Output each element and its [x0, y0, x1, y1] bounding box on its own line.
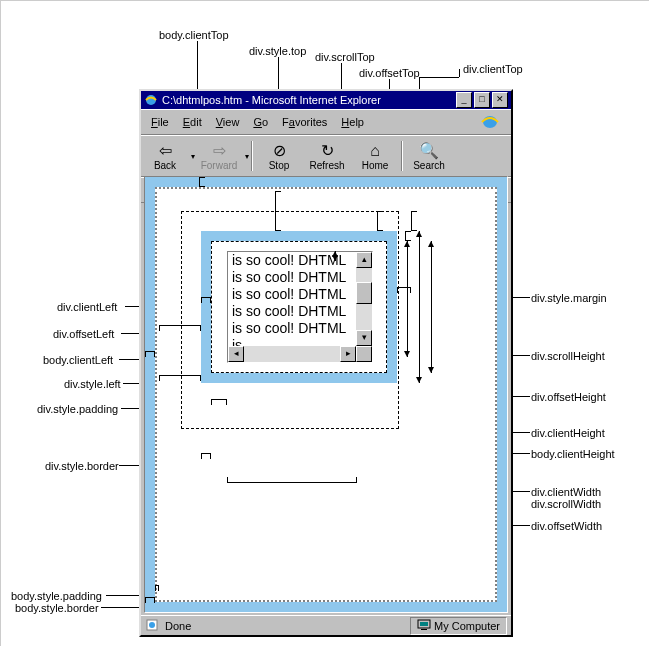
home-button[interactable]: ⌂Home: [351, 142, 399, 171]
forward-dropdown-icon[interactable]: ▾: [245, 152, 249, 161]
minimize-button[interactable]: _: [456, 92, 472, 108]
back-button[interactable]: ⇦Back: [141, 142, 189, 171]
bracket-div-styleLeft: [159, 375, 201, 381]
arrow-div-scrollTop: [335, 251, 336, 261]
label-div-offsetTop: div.offsetTop: [359, 67, 420, 79]
bracket-body-clientLeft: [145, 351, 155, 357]
bracket-div-stylePadding: [211, 399, 227, 405]
refresh-button[interactable]: ↻Refresh: [303, 142, 351, 171]
computer-icon: [417, 619, 431, 633]
menu-view[interactable]: View: [210, 115, 246, 129]
scroll-thumb[interactable]: [356, 282, 372, 304]
arrow-div-clientHeight: [407, 241, 408, 357]
window-title: C:\dhtmlpos.htm - Microsoft Internet Exp…: [162, 94, 381, 106]
menu-help[interactable]: Help: [335, 115, 370, 129]
menu-edit[interactable]: Edit: [177, 115, 208, 129]
status-done: Done: [165, 620, 191, 632]
label-body-styleBorder: body.style.border: [15, 602, 99, 614]
label-div-clientTop: div.clientTop: [463, 63, 523, 75]
bracket-div-styleMargin-h: [397, 287, 411, 293]
label-div-styleMargin: div.style.margin: [531, 292, 607, 304]
stop-button[interactable]: ⊘Stop: [255, 142, 303, 171]
label-div-styleLeft: div.style.left: [64, 378, 121, 390]
arrow-div-scrollHeight: [431, 241, 432, 373]
bracket-div-styleBorder: [201, 453, 211, 459]
refresh-icon: ↻: [321, 142, 334, 160]
div-content: is so cool! DHTML is so cool! DHTML is s…: [227, 251, 373, 363]
svg-rect-8: [421, 629, 427, 630]
status-bar: Done My Computer: [141, 615, 511, 635]
label-div-clientHeight: div.clientHeight: [531, 427, 605, 439]
label-body-clientTop: body.clientTop: [159, 29, 229, 41]
search-icon: 🔍: [419, 142, 439, 160]
viewport: is so cool! DHTML is so cool! DHTML is s…: [144, 176, 508, 613]
scroll-right-icon[interactable]: ▸: [340, 346, 356, 362]
label-div-clientWidth: div.clientWidth: [531, 486, 601, 498]
scroll-corner: [356, 346, 372, 362]
bracket-div-styleMargin-v: [411, 211, 417, 231]
close-button[interactable]: ✕: [492, 92, 508, 108]
maximize-button[interactable]: □: [474, 92, 490, 108]
label-div-scrollHeight: div.scrollHeight: [531, 350, 605, 362]
scroll-up-icon[interactable]: ▴: [356, 252, 372, 268]
bracket-body-clientTop: [199, 177, 205, 187]
label-body-stylePadding: body.style.padding: [11, 590, 102, 602]
label-body-clientHeight: body.clientHeight: [531, 448, 615, 460]
bracket-body-styleBorder: [145, 597, 155, 603]
bracket-div-clientTop: [405, 231, 411, 241]
forward-icon: ⇨: [213, 142, 226, 160]
label-div-scrollWidth: div.scrollWidth: [531, 498, 601, 510]
ie-logo-icon: [473, 112, 507, 132]
bracket-div-clientWidth: [227, 477, 357, 483]
label-div-offsetLeft: div.offsetLeft: [53, 328, 114, 340]
label-body-clientLeft: body.clientLeft: [43, 354, 113, 366]
status-done-icon: [145, 618, 159, 634]
status-zone: My Computer: [410, 617, 507, 635]
svg-point-5: [149, 622, 155, 628]
label-div-offsetWidth: div.offsetWidth: [531, 520, 602, 532]
forward-button[interactable]: ⇨Forward: [195, 142, 243, 171]
content-text: is so cool! DHTML is so cool! DHTML is s…: [232, 252, 354, 344]
bracket-div-styleTop: [275, 191, 281, 231]
menu-favorites[interactable]: Favorites: [276, 115, 333, 129]
bracket-body-stylePadding: [155, 585, 159, 591]
home-icon: ⌂: [370, 142, 380, 160]
ie-window: C:\dhtmlpos.htm - Microsoft Internet Exp…: [139, 89, 513, 637]
menu-file[interactable]: FFileile: [145, 115, 175, 129]
search-button[interactable]: 🔍Search: [405, 142, 453, 171]
scroll-down-icon[interactable]: ▾: [356, 330, 372, 346]
toolbar: ⇦Back ▾ ⇨Forward ▾ ⊘Stop ↻Refresh ⌂Home …: [141, 135, 511, 177]
arrow-div-offsetHeight: [419, 231, 420, 383]
diagram-canvas: body.clientTop div.style.top div.scrollT…: [0, 0, 649, 646]
label-div-clientLeft: div.clientLeft: [57, 301, 117, 313]
svg-rect-7: [420, 622, 428, 626]
scroll-left-icon[interactable]: ◂: [228, 346, 244, 362]
label-div-offsetHeight: div.offsetHeight: [531, 391, 606, 403]
back-icon: ⇦: [159, 142, 172, 160]
menu-bar: FFileile Edit View Go Favorites Help: [141, 109, 511, 135]
ie-app-icon: [144, 93, 158, 107]
stop-icon: ⊘: [273, 142, 286, 160]
bracket-div-offsetTop: [377, 211, 383, 231]
title-bar[interactable]: C:\dhtmlpos.htm - Microsoft Internet Exp…: [141, 91, 511, 109]
label-div-styleBorder: div.style.border: [45, 460, 119, 472]
label-div-styleTop: div.style.top: [249, 45, 306, 57]
label-div-scrollTop: div.scrollTop: [315, 51, 375, 63]
bracket-div-clientLeft: [201, 297, 211, 303]
bracket-div-offsetLeft: [159, 325, 201, 331]
horizontal-scrollbar[interactable]: ◂ ▸: [228, 346, 372, 362]
menu-go[interactable]: Go: [247, 115, 274, 129]
label-div-stylePadding: div.style.padding: [37, 403, 118, 415]
